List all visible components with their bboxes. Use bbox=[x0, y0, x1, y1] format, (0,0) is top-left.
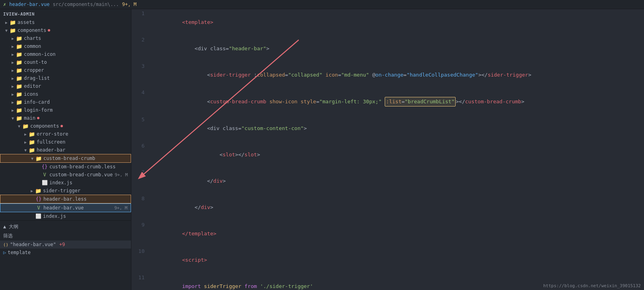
outline-template-label: template bbox=[8, 250, 31, 255]
sidebar-item-common-icon[interactable]: ▶ 📁 common-icon bbox=[0, 50, 131, 58]
vue-file-icon: V bbox=[41, 172, 48, 178]
sidebar-item-login-form[interactable]: ▶ 📁 login-form bbox=[0, 106, 131, 114]
item-label: custom-bread-crumb.less bbox=[49, 164, 115, 170]
expand-arrow: ▶ bbox=[10, 68, 16, 73]
item-label: cropper bbox=[24, 67, 44, 73]
sidebar-item-custom-bread-crumb-vue[interactable]: ▶ V custom-bread-crumb.vue 9+, M bbox=[0, 171, 131, 179]
folder-icon: 📁 bbox=[29, 147, 35, 153]
item-label: components bbox=[18, 28, 46, 33]
code-line-6: 6 <slot></slot> bbox=[131, 142, 644, 168]
attribution-link: https://blog.csdn.net/weixin_39015132 bbox=[543, 283, 641, 288]
folder-icon: 📁 bbox=[22, 123, 29, 129]
sidebar-item-common[interactable]: ▶ 📁 common bbox=[0, 42, 131, 50]
expand-arrow: ▶ bbox=[10, 60, 16, 65]
code-line-4: 4 <custom-bread-crumb show-icon style="m… bbox=[131, 88, 644, 115]
line-content: <div class="custom-content-con"> bbox=[149, 115, 644, 142]
sidebar-item-main[interactable]: ▼ 📁 main bbox=[0, 114, 131, 122]
item-label: common-icon bbox=[24, 51, 55, 57]
line-num: 8 bbox=[131, 194, 149, 203]
code-content[interactable]: 1 <template> 2 <div class="header-bar"> … bbox=[131, 9, 644, 290]
expand-arrow: ▶ bbox=[10, 84, 16, 89]
sidebar-item-custom-bread-crumb[interactable]: ▼ 📁 custom-bread-crumb bbox=[0, 154, 131, 163]
folder-icon: 📁 bbox=[16, 51, 22, 57]
sidebar-item-header-bar-less[interactable]: ▶ {} header-bar.less bbox=[0, 195, 131, 203]
code-line-5: 5 <div class="custom-content-con"> bbox=[131, 115, 644, 142]
line-content: <div class="header-bar"> bbox=[149, 36, 644, 62]
file-name: header-bar.vue bbox=[9, 2, 49, 7]
sidebar-item-drag-list[interactable]: ▶ 📁 drag-list bbox=[0, 74, 131, 82]
expand-arrow: ▼ bbox=[29, 156, 35, 161]
file-explorer: IVIEW-ADMIN ▶ 📁 assets ▼ 📁 components ▶ … bbox=[0, 9, 131, 290]
sidebar-item-editor[interactable]: ▶ 📁 editor bbox=[0, 82, 131, 90]
folder-icon: 📁 bbox=[16, 67, 22, 73]
item-label: custom-bread-crumb bbox=[43, 156, 95, 161]
folder-icon: 📁 bbox=[16, 99, 22, 105]
expand-arrow: ▼ bbox=[3, 28, 10, 33]
line-num: 7 bbox=[131, 168, 149, 177]
sidebar-item-info-card[interactable]: ▶ 📁 info-card bbox=[0, 98, 131, 106]
modified-dot bbox=[37, 117, 39, 119]
sidebar-item-error-store[interactable]: ▶ 📁 error-store bbox=[0, 130, 131, 138]
expand-arrow: ▶ bbox=[3, 20, 10, 25]
item-label: assets bbox=[18, 20, 35, 25]
item-label: header-bar.less bbox=[43, 196, 86, 202]
sidebar-item-custom-bread-crumb-less[interactable]: ▶ {} custom-bread-crumb.less bbox=[0, 163, 131, 171]
filter-toggle[interactable]: 筛选 bbox=[0, 231, 131, 241]
item-label: error-store bbox=[37, 131, 68, 137]
folder-icon: 📁 bbox=[16, 107, 22, 113]
sidebar-item-index-js-1[interactable]: ▶ ⬜ index.js bbox=[0, 179, 131, 187]
code-line-7: 7 </div> bbox=[131, 168, 644, 194]
code-line-9: 9 </template> bbox=[131, 221, 644, 247]
item-label: header-bar bbox=[37, 147, 65, 153]
folder-icon: 📁 bbox=[35, 155, 42, 162]
outline-label: ▲ 大纲 bbox=[3, 223, 18, 230]
folder-icon: 📁 bbox=[10, 27, 16, 34]
folder-icon: 📁 bbox=[16, 59, 22, 65]
item-label: custom-bread-crumb.vue bbox=[49, 172, 113, 178]
js-file-icon: ⬜ bbox=[35, 213, 41, 219]
folder-icon: 📁 bbox=[16, 115, 22, 121]
folder-icon: 📁 bbox=[16, 91, 22, 97]
item-label: sider-trigger bbox=[43, 188, 80, 193]
line-num: 4 bbox=[131, 88, 149, 97]
sidebar-item-cropper[interactable]: ▶ 📁 cropper bbox=[0, 66, 131, 74]
line-content: </template> bbox=[149, 221, 644, 247]
outline-item-label: "header-bar.vue" bbox=[10, 242, 56, 247]
folder-icon: 📁 bbox=[35, 187, 41, 194]
sidebar-item-count-to[interactable]: ▶ 📁 count-to bbox=[0, 58, 131, 66]
expand-arrow: ▼ bbox=[10, 116, 16, 120]
code-line-8: 8 </div> bbox=[131, 194, 644, 221]
item-label: count-to bbox=[24, 59, 47, 65]
sidebar-item-icons[interactable]: ▶ 📁 icons bbox=[0, 90, 131, 98]
outline-item-file[interactable]: () "header-bar.vue" +9 bbox=[0, 241, 131, 249]
sidebar-item-sider-trigger[interactable]: ▶ 📁 sider-trigger bbox=[0, 187, 131, 195]
line-content: </div> bbox=[149, 194, 644, 221]
less-file-icon: {} bbox=[35, 196, 42, 202]
sidebar-item-charts[interactable]: ▶ 📁 charts bbox=[0, 34, 131, 42]
sidebar-item-main-components[interactable]: ▼ 📁 components bbox=[0, 122, 131, 130]
item-label: login-form bbox=[24, 107, 53, 113]
line-num: 3 bbox=[131, 62, 149, 71]
expand-arrow: ▶ bbox=[10, 44, 16, 49]
outline-panel-toggle[interactable]: ▲ 大纲 bbox=[0, 222, 131, 231]
folder-icon: 📁 bbox=[16, 75, 22, 81]
sidebar-item-assets[interactable]: ▶ 📁 assets bbox=[0, 18, 131, 26]
js-file-icon: ⬜ bbox=[41, 180, 48, 186]
sidebar-item-header-bar-vue[interactable]: ▶ V header-bar.vue 9+, M bbox=[0, 203, 131, 212]
sidebar-item-components[interactable]: ▼ 📁 components bbox=[0, 26, 131, 34]
modified-dot bbox=[48, 29, 50, 32]
sidebar-item-index-js-2[interactable]: ▶ ⬜ index.js bbox=[0, 212, 131, 220]
item-label: header-bar.vue bbox=[43, 205, 84, 211]
item-label: charts bbox=[24, 36, 41, 41]
item-label: index.js bbox=[49, 180, 72, 185]
line-num: 11 bbox=[131, 273, 149, 282]
line-content: <slot></slot> bbox=[149, 142, 644, 168]
item-label: components bbox=[30, 123, 59, 129]
sidebar-item-fullscreen[interactable]: ▶ 📁 fullscreen bbox=[0, 138, 131, 146]
outline-item-template[interactable]: ▷ template bbox=[0, 249, 131, 256]
folder-icon: 📁 bbox=[29, 139, 35, 145]
sidebar-item-header-bar[interactable]: ▼ 📁 header-bar bbox=[0, 146, 131, 154]
code-line-1: 1 <template> bbox=[131, 9, 644, 36]
code-line-10: 10 <script> bbox=[131, 247, 644, 273]
expand-arrow: ▶ bbox=[10, 76, 16, 81]
